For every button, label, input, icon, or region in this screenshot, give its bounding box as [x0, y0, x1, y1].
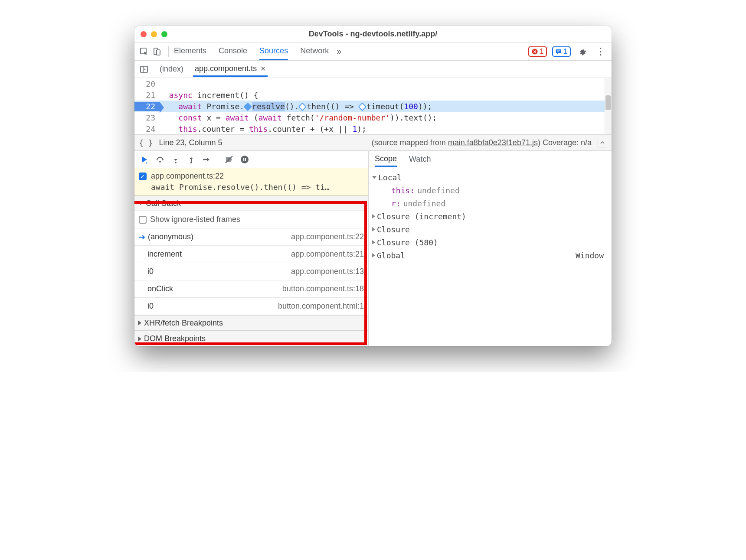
code-line[interactable]: 21 async increment() { [134, 89, 612, 101]
pretty-print-icon[interactable]: { } [139, 138, 153, 147]
frame-location: app.component.ts:21 [291, 250, 364, 259]
current-frame-icon: ➔ [139, 232, 145, 242]
tab-sources[interactable]: Sources [259, 43, 288, 60]
zoom-window-button[interactable] [161, 31, 167, 37]
expand-icon [372, 253, 375, 257]
file-tab-app-component[interactable]: app.component.ts ✕ [193, 62, 268, 77]
pause-on-exceptions-icon[interactable] [238, 153, 251, 166]
breakpoint-location[interactable]: app.component.ts:22 [151, 172, 224, 181]
code-line[interactable]: 24 this.counter = this.counter + (+x || … [134, 123, 612, 134]
scope-entry[interactable]: this:undefined [372, 184, 608, 197]
deactivate-breakpoints-icon[interactable] [222, 153, 236, 166]
collapse-icon [372, 176, 376, 179]
line-number[interactable]: 21 [134, 91, 160, 100]
frame-name: onClick [147, 284, 173, 293]
scope-value: Window [576, 251, 608, 260]
expand-icon [372, 214, 375, 218]
tab-scope[interactable]: Scope [375, 152, 397, 167]
code-editor[interactable]: 2021 async increment() {22 await Promise… [134, 78, 612, 134]
resume-icon[interactable] [138, 153, 151, 166]
settings-icon[interactable] [576, 46, 588, 58]
scope-label: Local [378, 173, 402, 182]
error-count-badge[interactable]: 1 [528, 46, 547, 57]
expand-icon [138, 336, 141, 342]
error-count: 1 [540, 48, 543, 55]
device-toggle-icon[interactable] [151, 46, 163, 58]
svg-rect-15 [243, 158, 244, 161]
callstack-frame[interactable]: onClickbutton.component.ts:18 [134, 280, 368, 298]
expand-icon [138, 320, 141, 326]
frame-location: button.component.ts:18 [282, 284, 364, 293]
line-number[interactable]: 24 [134, 124, 160, 133]
scope-entry[interactable]: Closure (580) [372, 236, 608, 249]
devtools-window: DevTools - ng-devtools.netlify.app/ Elem… [134, 26, 612, 346]
code-line[interactable]: 20 [134, 78, 612, 89]
right-debug-panel: Scope Watch Localthis:undefinedr:undefin… [369, 151, 612, 346]
scope-label: Closure (increment) [377, 212, 466, 221]
line-number[interactable]: 23 [134, 113, 160, 122]
breakpoint-checkbox[interactable]: ✓ [139, 173, 147, 180]
callstack-frame[interactable]: i0button.component.html:1 [134, 298, 368, 315]
debugger-panels: ✓ app.component.ts:22 await Promise.reso… [134, 151, 612, 346]
scope-tree[interactable]: Localthis:undefinedr:undefinedClosure (i… [369, 168, 612, 264]
step-icon[interactable] [200, 153, 213, 166]
tab-console[interactable]: Console [219, 43, 247, 60]
file-tab-index[interactable]: (index) [158, 62, 185, 76]
code-line[interactable]: 22 await Promise.resolve().then(() => ti… [134, 101, 612, 112]
file-tabs: (index) app.component.ts ✕ [134, 61, 612, 78]
code-line[interactable]: 23 const x = await (await fetch('/random… [134, 112, 612, 123]
more-tabs-button[interactable]: » [337, 46, 341, 56]
scope-entry[interactable]: Closure [372, 223, 608, 236]
expand-icon [372, 227, 375, 231]
svg-rect-6 [557, 51, 559, 52]
callstack-header[interactable]: Call Stack [134, 195, 368, 211]
message-count-badge[interactable]: 1 [552, 46, 571, 57]
message-icon [556, 49, 562, 55]
separator [218, 155, 218, 164]
tab-watch[interactable]: Watch [409, 152, 431, 166]
xhr-breakpoints-header[interactable]: XHR/fetch Breakpoints [134, 315, 368, 331]
scope-key: r: [391, 199, 401, 208]
close-window-button[interactable] [141, 31, 147, 37]
callstack-frame[interactable]: incrementapp.component.ts:21 [134, 246, 368, 263]
more-menu-icon[interactable]: ⋮ [593, 46, 608, 57]
scope-entry[interactable]: r:undefined [372, 197, 608, 210]
show-ignored-frames-toggle[interactable]: Show ignore-listed frames [134, 211, 368, 228]
section-label: DOM Breakpoints [144, 334, 206, 343]
section-label: XHR/fetch Breakpoints [144, 319, 223, 328]
frame-location: button.component.html:1 [278, 302, 364, 311]
scope-entry[interactable]: Closure (increment) [372, 210, 608, 223]
inspect-element-icon[interactable] [138, 46, 150, 58]
close-tab-icon[interactable]: ✕ [260, 65, 266, 73]
titlebar: DevTools - ng-devtools.netlify.app/ [134, 26, 612, 42]
left-debug-panel: ✓ app.component.ts:22 await Promise.reso… [134, 151, 369, 346]
callstack-frame[interactable]: ➔(anonymous)app.component.ts:22 [134, 228, 368, 246]
navigator-toggle-icon[interactable] [138, 63, 150, 75]
scope-value: undefined [417, 186, 460, 195]
scope-entry[interactable]: Local [372, 171, 608, 184]
dom-breakpoints-header[interactable]: DOM Breakpoints [134, 331, 368, 346]
scope-entry[interactable]: GlobalWindow [372, 249, 608, 262]
vertical-scrollbar[interactable] [605, 78, 612, 134]
step-over-icon[interactable] [154, 153, 167, 166]
line-number[interactable]: 20 [134, 79, 160, 88]
main-toolbar: Elements Console Sources Network » 1 1 ⋮ [134, 42, 612, 61]
step-into-icon[interactable] [169, 153, 182, 166]
checkbox-icon[interactable] [139, 216, 147, 224]
frame-name: (anonymous) [148, 232, 193, 241]
coverage-expand-icon[interactable] [598, 138, 607, 147]
error-icon [532, 49, 538, 55]
tab-elements[interactable]: Elements [174, 43, 206, 60]
scrollbar-thumb[interactable] [605, 95, 611, 110]
cursor-position: Line 23, Column 5 [159, 138, 222, 147]
source-map-link[interactable]: main.fa8bfa0e23f1eb71.js [448, 138, 538, 147]
tab-network[interactable]: Network [300, 43, 329, 60]
svg-point-12 [203, 159, 205, 160]
step-out-icon[interactable] [185, 153, 198, 166]
callstack-frame[interactable]: i0app.component.ts:13 [134, 263, 368, 280]
line-number[interactable]: 22 [134, 102, 160, 111]
scope-value: undefined [403, 199, 446, 208]
code-content: async increment() { [160, 91, 258, 100]
traffic-lights [141, 31, 167, 37]
minimize-window-button[interactable] [151, 31, 157, 37]
